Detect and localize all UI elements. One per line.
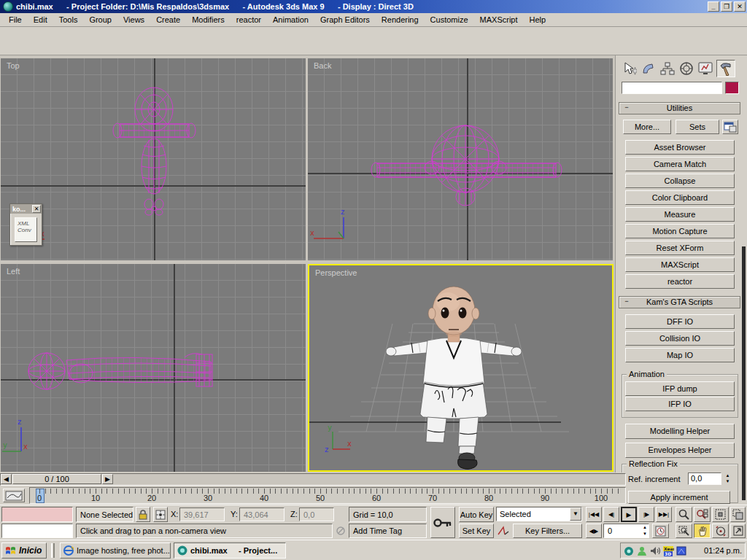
floater-script-button[interactable]: XML Conv (15, 217, 37, 242)
zoom-extents-button[interactable] (712, 507, 729, 522)
menu-item[interactable]: MAXScript (474, 14, 524, 26)
close-button[interactable]: ✕ (734, 1, 746, 12)
tray-display-icon[interactable] (676, 545, 687, 556)
utility-button[interactable]: Motion Capture (625, 224, 735, 238)
utility-button[interactable]: MAXScript (625, 257, 735, 272)
menu-item[interactable]: Tools (53, 14, 84, 26)
go-to-end-button[interactable]: ▶▶| (656, 507, 672, 522)
z-coordinate-field[interactable]: 0,0 (299, 508, 334, 521)
animation-button[interactable]: IFP dump (625, 381, 735, 396)
tab-display[interactable] (696, 60, 715, 77)
track-ruler[interactable]: 0102030405060708090100 (29, 487, 626, 504)
menu-item[interactable]: Rendering (376, 14, 425, 26)
tray-3dsmax-icon[interactable] (624, 545, 635, 556)
menu-item[interactable]: File (3, 14, 28, 26)
tab-hierarchy[interactable] (658, 60, 677, 77)
key-filters-button[interactable]: Key Filters... (513, 524, 582, 538)
utility-sets-button[interactable]: Sets (676, 120, 719, 134)
utility-button[interactable]: Color Clipboard (625, 190, 735, 205)
zoom-region-button[interactable] (676, 524, 692, 538)
kams-button[interactable]: Collision IO (625, 331, 735, 346)
viewport-back[interactable]: z x Back (308, 58, 613, 260)
tray-volume-icon[interactable] (650, 545, 661, 556)
maxscript-listener-white[interactable] (1, 524, 73, 538)
ref-increment-field[interactable]: 0,0 (688, 472, 721, 485)
utility-button[interactable]: Camera Match (625, 157, 735, 171)
add-time-tag[interactable]: Add Time Tag (349, 524, 427, 538)
key-mode-dropdown[interactable]: Selected ▼ (496, 507, 582, 521)
utility-button[interactable]: Measure (625, 207, 735, 222)
min-max-toggle-button[interactable] (730, 524, 746, 538)
auto-key-button[interactable]: Auto Key (459, 507, 494, 522)
utility-button[interactable]: reactor (625, 274, 735, 289)
kams-button[interactable]: DFF IO (625, 314, 735, 329)
floater-title-bar[interactable]: ko... ✕ (10, 204, 42, 214)
viewport-top[interactable]: y x z Top (1, 58, 306, 260)
helper-button[interactable]: Envelopes Helper (625, 443, 735, 458)
frame-spinner[interactable]: ▲▼ (640, 524, 649, 537)
mini-curve-editor-button[interactable] (3, 489, 25, 502)
menu-item[interactable]: Customize (425, 14, 474, 26)
menu-item[interactable]: Create (150, 14, 186, 26)
utility-name-field[interactable] (622, 82, 722, 94)
zoom-button[interactable] (676, 507, 692, 522)
next-frame-button[interactable]: |▶ (638, 507, 654, 522)
communicator-icon[interactable] (334, 524, 347, 538)
zoom-all-button[interactable] (694, 507, 711, 522)
pan-view-button[interactable] (694, 524, 711, 538)
helper-button[interactable]: Modelling Helper (625, 424, 735, 439)
viewport-left[interactable]: z y x Left (1, 264, 306, 472)
tab-modify[interactable] (639, 60, 658, 77)
time-configuration-button[interactable] (652, 524, 669, 538)
previous-frame-arrow[interactable]: ◀ (1, 474, 12, 484)
apply-increment-button[interactable]: Apply increment (628, 491, 730, 504)
panel-scrollbar[interactable] (742, 246, 746, 500)
previous-frame-button[interactable]: ◀| (603, 507, 619, 522)
start-button[interactable]: Inicio (1, 542, 47, 559)
kams-rollout-header[interactable]: − Kam's GTA Scripts (619, 296, 740, 308)
utility-button[interactable]: Asset Browser (625, 140, 735, 155)
color-swatch[interactable] (725, 82, 739, 94)
menu-item[interactable]: reactor (231, 14, 267, 26)
tray-messenger-icon[interactable] (637, 545, 648, 556)
taskbar-task-3dsmax[interactable]: chibi.max - Project... (174, 542, 286, 559)
selection-lock-button[interactable] (136, 507, 150, 522)
set-keys-button[interactable] (430, 507, 455, 538)
arc-rotate-button[interactable] (712, 524, 729, 538)
restore-button[interactable]: ❐ (721, 1, 732, 12)
key-mode-toggle-button[interactable]: ◀▶ (586, 524, 602, 538)
zoom-extents-all-button[interactable] (730, 507, 746, 522)
utilities-rollout-header[interactable]: − Utilities (619, 102, 740, 114)
tab-motion[interactable] (677, 60, 696, 77)
tab-create[interactable] (620, 60, 639, 77)
menu-item[interactable]: Help (524, 14, 552, 26)
tray-xear3d-icon[interactable]: Xear3D (663, 545, 674, 556)
kams-button[interactable]: Map IO (625, 348, 735, 362)
absolute-mode-button[interactable] (153, 507, 168, 522)
default-tangent-button[interactable] (496, 524, 511, 538)
animation-button[interactable]: IFP IO (625, 397, 735, 411)
taskbar-task-browser[interactable]: Image hosting, free phot... (60, 542, 171, 559)
x-coordinate-field[interactable]: 39,617 (179, 508, 225, 521)
minimize-button[interactable]: _ (708, 1, 719, 12)
menu-item[interactable]: Animation (267, 14, 314, 26)
viewport-perspective[interactable]: y x z Perspective (308, 264, 614, 472)
configure-button-sets-button[interactable] (722, 120, 738, 134)
go-to-start-button[interactable]: |◀◀ (586, 507, 602, 522)
floating-toolbar-window[interactable]: ko... ✕ XML Conv (9, 203, 42, 246)
floater-close-icon[interactable]: ✕ (32, 205, 41, 213)
set-key-button[interactable]: Set Key (459, 524, 494, 538)
y-coordinate-field[interactable]: 43,064 (239, 508, 285, 521)
menu-item[interactable]: Edit (28, 14, 53, 26)
tab-utilities[interactable] (716, 60, 735, 77)
maxscript-listener-pink[interactable] (1, 507, 73, 522)
menu-item[interactable]: Views (117, 14, 150, 26)
time-slider-thumb[interactable]: 0 / 100 (12, 474, 101, 484)
ref-increment-spinner[interactable]: ▲▼ (723, 472, 732, 485)
more-utilities-button[interactable]: More... (623, 120, 671, 134)
utility-button[interactable]: Collapse (625, 174, 735, 188)
menu-item[interactable]: Modifiers (186, 14, 231, 26)
next-frame-arrow[interactable]: ▶ (102, 474, 113, 484)
menu-item[interactable]: Graph Editors (314, 14, 376, 26)
menu-item[interactable]: Group (83, 14, 117, 26)
